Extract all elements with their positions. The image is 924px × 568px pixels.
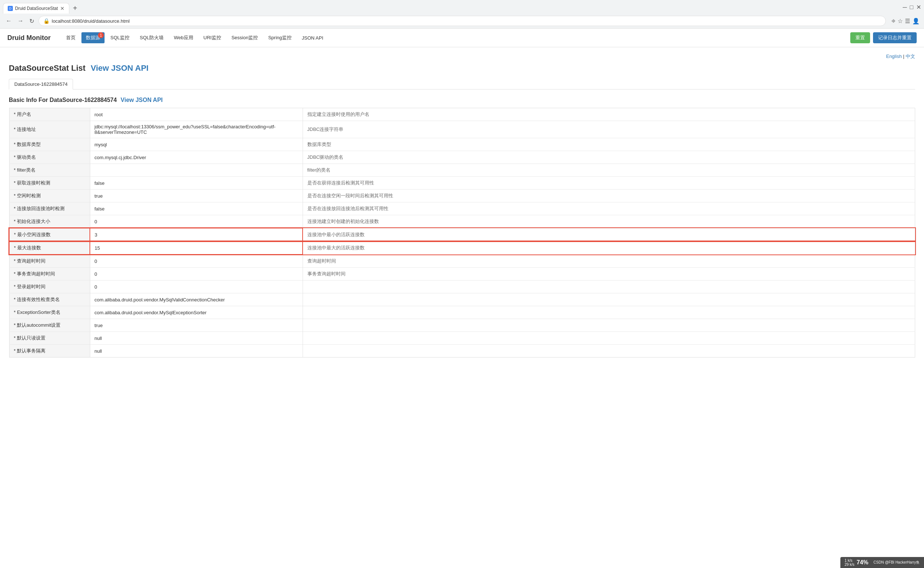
url-bar[interactable]: 🔒 localhost:8080/druid/datasource.html — [38, 16, 886, 26]
nav-sql-firewall[interactable]: SQL防火墙 — [135, 32, 168, 43]
row-key: * 登录超时时间 — [9, 281, 90, 293]
row-desc: JDBC连接字符串 — [302, 121, 915, 138]
table-row: * 空闲时检测true是否在连接空闲一段时间后检测其可用性 — [9, 190, 915, 202]
nav-home[interactable]: 首页 — [62, 32, 80, 43]
nav-sql[interactable]: SQL监控 — [106, 32, 134, 43]
tab-close-button[interactable]: ✕ — [60, 6, 65, 11]
row-key: * 获取连接时检测 — [9, 177, 90, 190]
nav-datasource[interactable]: 数据源 1 — [82, 32, 104, 43]
row-value: 0 — [90, 254, 302, 268]
browser-actions: ⎆ ☆ ☰ 👤 — [892, 18, 919, 24]
new-tab-button[interactable]: + — [70, 3, 80, 13]
section-title: Basic Info For DataSource-1622884574 Vie… — [9, 97, 915, 103]
row-key: * 空闲时检测 — [9, 190, 90, 202]
forward-button[interactable]: → — [16, 16, 25, 26]
row-key: * 连接地址 — [9, 121, 90, 138]
row-desc: filter的类名 — [302, 164, 915, 177]
tab-title: Druid DataSourceStat — [15, 6, 58, 11]
nav-webapp[interactable]: Web应用 — [169, 32, 198, 43]
reset-button[interactable]: 重置 — [850, 32, 870, 43]
nav-actions: 重置 记录日志并重置 — [850, 32, 916, 43]
browser-chrome: D Druid DataSourceStat ✕ + ─ □ ✕ ← → ↻ 🔒… — [0, 0, 924, 29]
row-key: * 默认只读设置 — [9, 332, 90, 345]
browser-tab[interactable]: D Druid DataSourceStat ✕ — [3, 3, 69, 14]
row-desc: 数据库类型 — [302, 138, 915, 151]
row-value: 15 — [90, 241, 302, 254]
lang-english[interactable]: English — [886, 54, 902, 59]
profile-button[interactable]: 👤 — [912, 18, 919, 24]
table-row: * 默认autocommit设置true — [9, 319, 915, 332]
table-row: * 数据库类型mysql数据库类型 — [9, 138, 915, 151]
row-key: * 初始化连接大小 — [9, 215, 90, 228]
table-row: * 获取连接时检测false是否在获得连接后检测其可用性 — [9, 177, 915, 190]
app-brand: Druid Monitor — [8, 34, 51, 42]
tab-bar: D Druid DataSourceStat ✕ + ─ □ ✕ — [0, 0, 924, 14]
row-desc — [302, 319, 915, 332]
row-desc — [302, 281, 915, 293]
row-key: * 最小空闲连接数 — [9, 228, 90, 241]
table-row: * 最大连接数15连接池中最大的活跃连接数 — [9, 241, 915, 254]
tab-favicon: D — [8, 6, 13, 11]
row-value: com.mysql.cj.jdbc.Driver — [90, 151, 302, 164]
page-title: DataSourceStat List View JSON API — [9, 63, 915, 73]
table-row: * 连接有效性检查类名com.alibaba.druid.pool.vendor… — [9, 293, 915, 306]
table-row: * 登录超时时间0 — [9, 281, 915, 293]
datasource-tabs: DataSource-1622884574 — [9, 79, 915, 89]
nav-uri[interactable]: URI监控 — [199, 32, 225, 43]
nav-spring[interactable]: Spring监控 — [264, 32, 296, 43]
screen-cast-button[interactable]: ⎆ — [892, 18, 895, 24]
row-value: 3 — [90, 228, 302, 241]
bookmark-button[interactable]: ☆ — [898, 18, 903, 24]
app-navbar: Druid Monitor 首页 数据源 1 SQL监控 SQL防火墙 Web应… — [0, 29, 924, 47]
table-row: * 最小空闲连接数3连接池中最小的活跃连接数 — [9, 228, 915, 241]
log-reset-button[interactable]: 记录日志并重置 — [873, 32, 916, 43]
close-button[interactable]: ✕ — [916, 4, 921, 11]
row-desc: JDBC驱动的类名 — [302, 151, 915, 164]
row-value: 0 — [90, 281, 302, 293]
row-desc: 连接池中最小的活跃连接数 — [302, 228, 915, 241]
table-row: * 驱动类名com.mysql.cj.jdbc.DriverJDBC驱动的类名 — [9, 151, 915, 164]
lang-chinese[interactable]: 中文 — [906, 54, 915, 59]
refresh-button[interactable]: ↻ — [28, 16, 36, 26]
row-desc: 是否在连接空闲一段时间后检测其可用性 — [302, 190, 915, 202]
address-bar: ← → ↻ 🔒 localhost:8080/druid/datasource.… — [0, 14, 924, 28]
row-key: * 用户名 — [9, 108, 90, 121]
row-value: root — [90, 108, 302, 121]
nav-session[interactable]: Session监控 — [227, 32, 262, 43]
lang-separator: | — [903, 54, 904, 59]
row-value: jdbc:mysql://localhost:13306/ssm_power_e… — [90, 121, 302, 138]
row-key: * 驱动类名 — [9, 151, 90, 164]
table-row: * 查询超时时间0查询超时时间 — [9, 254, 915, 268]
row-desc: 连接池建立时创建的初始化连接数 — [302, 215, 915, 228]
table-row: * filter类名filter的类名 — [9, 164, 915, 177]
extensions-button[interactable]: ☰ — [905, 18, 910, 24]
row-value — [90, 164, 302, 177]
section-json-link[interactable]: View JSON API — [121, 97, 163, 103]
maximize-button[interactable]: □ — [910, 4, 913, 11]
back-button[interactable]: ← — [5, 16, 13, 26]
row-key: * 数据库类型 — [9, 138, 90, 151]
row-desc: 事务查询超时时间 — [302, 268, 915, 281]
lang-switcher: English | 中文 — [9, 53, 915, 60]
row-value: 0 — [90, 268, 302, 281]
lock-icon: 🔒 — [43, 18, 50, 24]
row-value: false — [90, 202, 302, 215]
datasource-tab-0[interactable]: DataSource-1622884574 — [9, 79, 73, 89]
row-key: * 连接放回连接池时检测 — [9, 202, 90, 215]
table-row: * 默认只读设置null — [9, 332, 915, 345]
nav-json-api[interactable]: JSON API — [298, 33, 328, 43]
table-row: * ExceptionSorter类名com.alibaba.druid.poo… — [9, 306, 915, 319]
row-desc: 连接池中最大的活跃连接数 — [302, 241, 915, 254]
row-desc: 是否在获得连接后检测其可用性 — [302, 177, 915, 190]
row-desc: 是否在连接放回连接池后检测其可用性 — [302, 202, 915, 215]
row-key: * 查询超时时间 — [9, 254, 90, 268]
page-title-json-link[interactable]: View JSON API — [91, 63, 148, 73]
datasource-table: * 用户名root指定建立连接时使用的用户名* 连接地址jdbc:mysql:/… — [9, 108, 915, 358]
row-key: * 连接有效性检查类名 — [9, 293, 90, 306]
row-desc — [302, 345, 915, 358]
row-key: * 默认autocommit设置 — [9, 319, 90, 332]
minimize-button[interactable]: ─ — [903, 4, 907, 11]
row-desc — [302, 332, 915, 345]
row-value: mysql — [90, 138, 302, 151]
row-value: true — [90, 190, 302, 202]
